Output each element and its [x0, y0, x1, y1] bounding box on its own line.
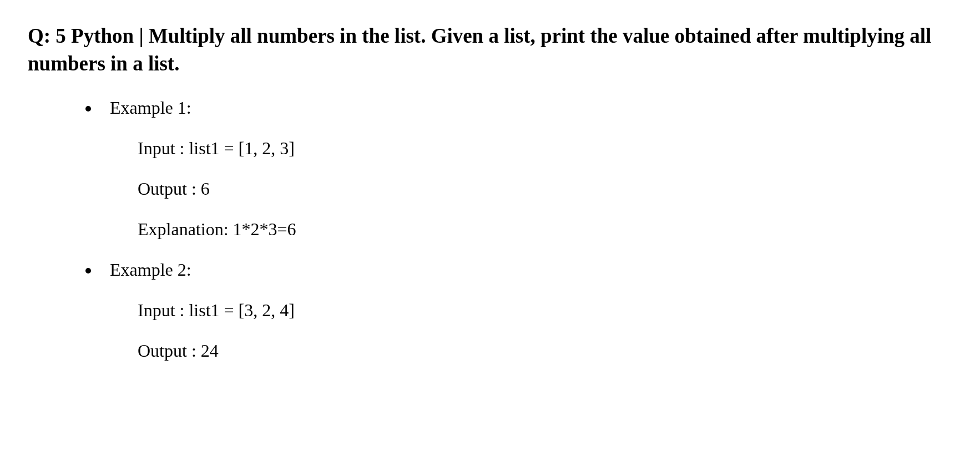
example-label: Example 2: [110, 256, 952, 283]
example-item: Example 1: Input : list1 = [1, 2, 3] Out… [100, 94, 952, 242]
example-details: Input : list1 = [3, 2, 4] Output : 24 [138, 297, 952, 364]
question-heading: Q: 5 Python | Multiply all numbers in th… [28, 22, 952, 78]
example-details: Input : list1 = [1, 2, 3] Output : 6 Exp… [138, 135, 952, 242]
example-item: Example 2: Input : list1 = [3, 2, 4] Out… [100, 256, 952, 364]
example-explanation: Explanation: 1*2*3=6 [138, 216, 952, 242]
example-output: Output : 6 [138, 175, 952, 202]
example-input: Input : list1 = [1, 2, 3] [138, 135, 952, 161]
example-label: Example 1: [110, 94, 952, 121]
examples-list: Example 1: Input : list1 = [1, 2, 3] Out… [28, 94, 952, 364]
example-output: Output : 24 [138, 337, 952, 364]
example-input: Input : list1 = [3, 2, 4] [138, 297, 952, 323]
